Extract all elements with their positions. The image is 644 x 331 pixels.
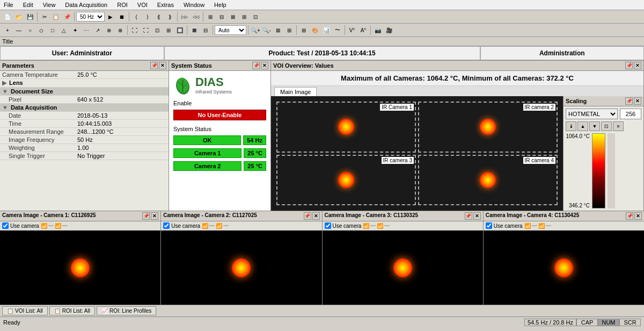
tab-roi-list[interactable]: 📋 ROI List: All <box>49 306 95 315</box>
tab-main-image[interactable]: Main Image <box>274 87 317 96</box>
menu-roi[interactable]: ROI <box>115 1 129 9</box>
tb-open[interactable]: 📂 <box>13 11 24 22</box>
tb-r2-3[interactable]: ○ <box>25 25 35 35</box>
use-camera-check-1[interactable] <box>2 222 9 229</box>
cam-close-2[interactable]: ✕ <box>312 212 320 220</box>
tb-r2-8[interactable]: ⋯ <box>81 25 92 35</box>
tb-r2-11[interactable]: ⊗ <box>115 25 126 35</box>
scale-icon-2[interactable]: ▲ <box>577 121 588 131</box>
params-close[interactable]: ✕ <box>159 62 166 69</box>
menu-data-acquisition[interactable]: Data Acquisition <box>63 1 109 9</box>
tb-save[interactable]: 💾 <box>25 11 35 22</box>
camera2-label-btn[interactable]: Camera 2 <box>173 161 241 171</box>
tb-c2[interactable]: ◁◁ <box>191 11 201 22</box>
tb-v2[interactable]: A° <box>358 25 369 35</box>
tb-paste[interactable]: 📌 <box>62 11 72 22</box>
tb-d5[interactable]: ⊡ <box>250 11 261 22</box>
cam-close-4[interactable]: ✕ <box>634 212 642 220</box>
tb-r2-16[interactable]: 🔲 <box>174 25 185 35</box>
tb-zoom-full[interactable]: ⊞ <box>284 25 295 35</box>
tb-chart[interactable]: 📊 <box>321 25 332 35</box>
cam-close-3[interactable]: ✕ <box>473 212 481 220</box>
cam-close-1[interactable]: ✕ <box>151 212 158 220</box>
tb-r2-17[interactable]: 🔳 <box>189 25 200 35</box>
tab-roi-profiles[interactable]: 📈 ROI: Line Profiles <box>97 306 156 315</box>
scaling-value[interactable] <box>620 109 641 119</box>
tb-r2-10[interactable]: ⊕ <box>104 25 114 35</box>
use-camera-check-3[interactable] <box>325 222 331 229</box>
tb-v3[interactable]: 📷 <box>372 25 383 35</box>
tb-b2[interactable]: ⟩ <box>142 11 153 22</box>
tb-r2-6[interactable]: △ <box>58 25 69 35</box>
cam-pin-1[interactable]: 📌 <box>142 212 150 220</box>
tb-v4[interactable]: 🎥 <box>384 25 394 35</box>
tb-cut[interactable]: ✂ <box>39 11 50 22</box>
camera1-label-btn[interactable]: Camera 1 <box>173 148 241 158</box>
tb-d4[interactable]: ⊞ <box>239 11 250 22</box>
scale-icon-5[interactable]: ≡ <box>613 121 624 131</box>
menu-extras[interactable]: Extras <box>156 1 175 9</box>
voi-close[interactable]: ✕ <box>634 62 641 69</box>
camera1-row: Camera 1 25 °C <box>173 148 266 158</box>
voi-pin[interactable]: 📌 <box>625 62 633 69</box>
tb-copy[interactable]: 📋 <box>50 11 61 22</box>
tb-c1[interactable]: ▷▷ <box>179 11 190 22</box>
freq-select[interactable]: 50 Hz 25 Hz <box>76 12 105 21</box>
tb-zoom-fit[interactable]: ⊠ <box>273 25 283 35</box>
tb-new[interactable]: 📄 <box>2 11 13 22</box>
tb-zoom-out[interactable]: 🔍- <box>261 25 272 35</box>
params-pin[interactable]: 📌 <box>150 62 158 69</box>
scaling-pin[interactable]: 📌 <box>625 97 633 105</box>
scaling-close[interactable]: ✕ <box>634 97 641 105</box>
scale-icon-4[interactable]: ⊡ <box>601 121 612 131</box>
tb-r2-9[interactable]: ↗ <box>92 25 103 35</box>
tb-wave[interactable]: 〜 <box>332 25 343 35</box>
tb-r2-18[interactable]: ⊟ <box>200 25 211 35</box>
menu-file[interactable]: File <box>2 1 15 9</box>
tb-b4[interactable]: ⟫ <box>165 11 175 22</box>
cam-pin-4[interactable]: 📌 <box>626 212 633 220</box>
system-close[interactable]: ✕ <box>261 62 268 69</box>
tb-r2-7[interactable]: ✦ <box>70 25 80 35</box>
tb-palette[interactable]: 🎨 <box>310 25 320 35</box>
tab-voi-list[interactable]: 📋 VOI List: All <box>2 306 48 315</box>
tb-r2-1[interactable]: + <box>2 25 13 35</box>
tb-d2[interactable]: ⊟ <box>216 11 227 22</box>
tb-r2-4[interactable]: ◇ <box>36 25 47 35</box>
palette-select[interactable]: HOTMETAL GRAYSCALE RAINBOW <box>566 109 618 119</box>
cam-header-controls-2: 📌 ✕ <box>304 212 320 220</box>
tb-b1[interactable]: ⟨ <box>131 11 142 22</box>
tb-r2-14[interactable]: ⊡ <box>152 25 163 35</box>
mode-select[interactable]: Auto Manual <box>215 25 246 35</box>
cam-pin-2[interactable]: 📌 <box>304 212 311 220</box>
tb-r2-13[interactable]: ⛶ <box>141 25 151 35</box>
tb-d1[interactable]: ⊞ <box>205 11 216 22</box>
cam-pin-3[interactable]: 📌 <box>465 212 472 220</box>
menu-window[interactable]: Window <box>182 1 206 9</box>
tb-stop[interactable]: ⏹ <box>116 11 127 22</box>
system-pin[interactable]: 📌 <box>252 62 260 69</box>
color-bar-scroll[interactable] <box>608 133 615 208</box>
scale-icon-3[interactable]: ▼ <box>589 121 600 131</box>
no-user-enable-btn[interactable]: No User-Enable <box>173 110 266 120</box>
tb-r2-12[interactable]: ⛶ <box>129 25 140 35</box>
tb-zoom-in[interactable]: 🔍+ <box>250 25 261 35</box>
tb-v1[interactable]: V° <box>347 25 357 35</box>
tb-r2-2[interactable]: — <box>13 25 24 35</box>
use-camera-check-2[interactable] <box>163 222 170 229</box>
tb-d3[interactable]: ⊠ <box>228 11 238 22</box>
scale-icon-1[interactable]: 🌡 <box>566 121 576 131</box>
tb-r2-5[interactable]: □ <box>47 25 58 35</box>
menu-view[interactable]: View <box>41 1 57 9</box>
tb-r2-15[interactable]: ⊞ <box>163 25 174 35</box>
date-val: 2018-05-13 <box>75 112 169 120</box>
tb-sep-12 <box>370 25 371 35</box>
status-ok-btn[interactable]: OK <box>173 135 241 145</box>
menu-help[interactable]: Help <box>213 1 228 9</box>
menu-edit[interactable]: Edit <box>21 1 35 9</box>
menu-voi[interactable]: VOI <box>136 1 149 9</box>
tb-b3[interactable]: ⟪ <box>153 11 164 22</box>
use-camera-check-4[interactable] <box>486 222 492 229</box>
tb-grid[interactable]: ⊞ <box>298 25 309 35</box>
tb-play[interactable]: ▶ <box>105 11 116 22</box>
